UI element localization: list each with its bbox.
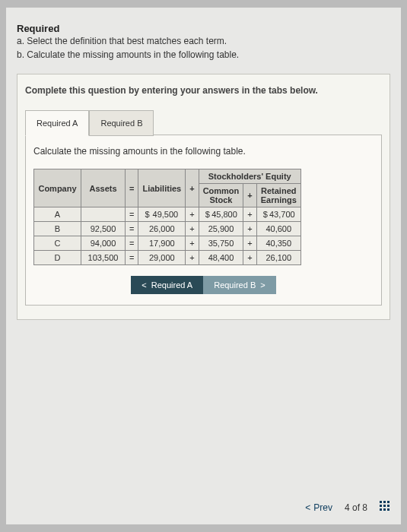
val-common-a: 45,800 (211, 210, 237, 219)
col-retained-earnings: Retained Earnings (256, 184, 300, 207)
cell-plus: + (243, 251, 256, 265)
svg-rect-7 (383, 508, 386, 511)
col-plus-2: + (243, 184, 256, 207)
col-common-stock: Common Stock (199, 184, 243, 207)
col-assets: Assets (81, 169, 126, 207)
required-line-b: b. Calculate the missing amounts in the … (17, 48, 390, 62)
table-row: D 103,500 = 29,000 + 48,400 + 26,100 (34, 251, 301, 265)
input-common-c[interactable]: 35,750 (199, 236, 243, 251)
cell-common: $45,800 (199, 207, 243, 222)
tab-required-a[interactable]: Required A (25, 110, 89, 136)
prev-label: Prev (313, 502, 332, 513)
cell-common: 48,400 (199, 251, 243, 265)
question-card: Complete this question by entering your … (17, 74, 390, 320)
cell-retained: 40,600 (256, 222, 300, 236)
svg-rect-0 (380, 501, 382, 503)
tab-row: Required A Required B (25, 109, 382, 135)
cell-assets: 94,000 (81, 236, 126, 251)
cell-assets: 103,500 (81, 251, 126, 265)
cell-company: B (34, 222, 81, 236)
cell-liabilities: 17,900 (138, 236, 186, 251)
input-liab-b[interactable]: 26,000 (138, 222, 186, 236)
nav-required-b-button[interactable]: Required B > (203, 276, 276, 294)
svg-rect-2 (387, 501, 390, 503)
nav-req-b-label: Required B (214, 280, 256, 290)
cell-plus: + (186, 207, 199, 222)
amounts-table: Company Assets = Liabilities + Stockhold… (33, 169, 301, 265)
col-eq: = (126, 169, 138, 207)
tab-required-b[interactable]: Required B (89, 110, 154, 136)
cell-plus: + (243, 222, 256, 236)
nav-required-a-button[interactable]: < Required A (131, 276, 203, 294)
cell-retained: 40,350 (256, 236, 300, 251)
col-company: Company (34, 169, 81, 207)
svg-rect-1 (383, 501, 386, 503)
col-plus-1: + (186, 169, 199, 207)
cell-eq: = (126, 251, 138, 265)
cell-eq: = (126, 236, 138, 251)
nav-row: < Required A Required B > (33, 276, 374, 294)
cell-assets: 92,500 (81, 222, 126, 236)
chevron-left-icon: < (305, 502, 310, 513)
svg-rect-8 (387, 508, 390, 511)
cell-company: A (34, 207, 81, 222)
card-instruction: Complete this question by entering your … (25, 85, 382, 96)
cell-eq: = (126, 222, 138, 236)
prev-button[interactable]: <Prev (305, 502, 332, 513)
input-assets-a[interactable] (81, 207, 126, 222)
page-number: 4 of 8 (345, 502, 367, 513)
svg-rect-4 (383, 505, 386, 507)
cell-company: C (34, 236, 81, 251)
required-line-a: a. Select the definition that best match… (17, 34, 390, 48)
table-row: C 94,000 = 17,900 + 35,750 + 40,350 (34, 236, 301, 251)
tab-description: Calculate the missing amounts in the fol… (33, 146, 374, 157)
cell-liabilities: $49,500 (138, 207, 186, 222)
grid-icon[interactable] (380, 501, 390, 514)
col-liabilities: Liabilities (138, 169, 186, 207)
tab-body: Calculate the missing amounts in the fol… (25, 135, 382, 306)
cell-company: D (34, 251, 81, 265)
cell-eq: = (126, 207, 138, 222)
svg-rect-5 (387, 505, 390, 507)
svg-rect-6 (380, 508, 382, 511)
val-ret-a: 43,700 (269, 210, 295, 219)
chevron-right-icon: > (260, 280, 265, 290)
cell-plus: + (186, 251, 199, 265)
cell-plus: + (186, 222, 199, 236)
footer: <Prev 4 of 8 (305, 501, 390, 514)
table-header-row-1: Company Assets = Liabilities + Stockhold… (34, 169, 301, 184)
cell-liabilities: 29,000 (138, 251, 186, 265)
col-stockholders-equity: Stockholders' Equity (199, 169, 300, 184)
required-header: Required a. Select the definition that b… (17, 23, 390, 62)
page-container: Required a. Select the definition that b… (6, 8, 401, 524)
chevron-left-icon: < (141, 280, 146, 290)
table-row: B 92,500 = 26,000 + 25,900 + 40,600 (34, 222, 301, 236)
required-title: Required (17, 23, 390, 34)
cell-plus: + (243, 207, 256, 222)
cell-plus: + (186, 236, 199, 251)
input-retained-d[interactable]: 26,100 (256, 251, 300, 265)
cell-retained: $43,700 (256, 207, 300, 222)
table-row: A = $49,500 + $45,800 + $43,700 (34, 207, 301, 222)
val-liab-a: 49,500 (153, 210, 179, 219)
svg-rect-3 (380, 505, 382, 507)
cell-common: 25,900 (199, 222, 243, 236)
nav-req-a-label: Required A (151, 280, 192, 290)
cell-plus: + (243, 236, 256, 251)
